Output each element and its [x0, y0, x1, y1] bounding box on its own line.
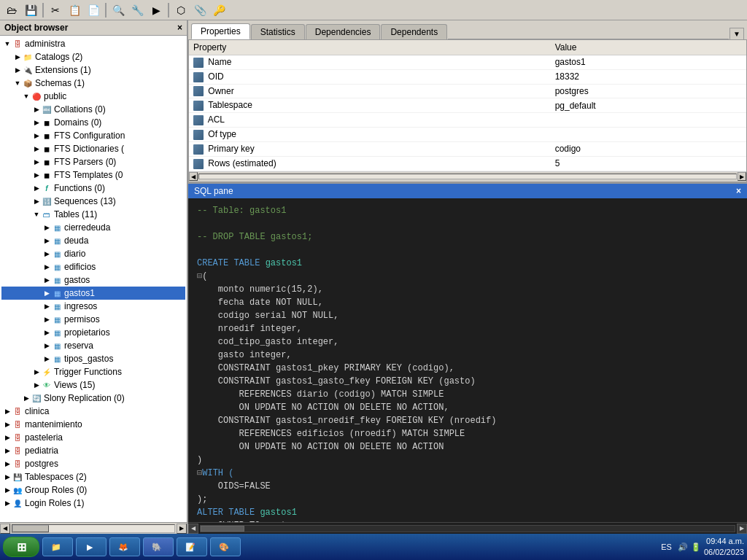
taskbar-item-files[interactable]: 📁 — [42, 537, 73, 556]
sql-h-thumb[interactable] — [201, 526, 244, 532]
tree-item-ingresos[interactable]: ▶ ▦ ingresos — [1, 300, 185, 313]
taskbar-item-pgadmin[interactable]: 🐘 — [143, 537, 174, 556]
tree-item-mantenimiento[interactable]: ▶ 🗄 mantenimiento — [1, 418, 185, 431]
tree-item-tablespaces[interactable]: ▶ 💾 Tablespaces (2) — [1, 470, 185, 483]
expand-icon-extensions[interactable]: ▶ — [13, 66, 22, 74]
tree-h-scrollbar[interactable]: ◀ ▶ — [0, 522, 187, 534]
expand-icon-edificios[interactable]: ▶ — [42, 262, 51, 271]
props-scroll-left[interactable]: ◀ — [189, 172, 198, 181]
toolbar-btn-extra1[interactable]: ⬡ — [172, 1, 190, 19]
tree-item-tipos-gastos[interactable]: ▶ ▦ tipos_gastos — [1, 352, 185, 365]
expand-icon-diario[interactable]: ▶ — [42, 249, 51, 258]
tree-item-gastos1[interactable]: ▶ ▦ gastos1 — [1, 287, 185, 300]
expand-icon-group-roles[interactable]: ▶ — [3, 486, 12, 494]
toolbar-btn-run[interactable]: ▶ — [147, 1, 165, 19]
tree-item-public[interactable]: ▼ 🔴 public — [1, 90, 185, 103]
expand-icon-catalogs[interactable]: ▶ — [13, 52, 22, 61]
expand-icon-views[interactable]: ▶ — [32, 381, 41, 389]
toolbar-btn-settings[interactable]: 🔧 — [128, 1, 146, 19]
sql-scroll-left[interactable]: ◀ — [188, 524, 198, 534]
expand-icon-sequences[interactable]: ▶ — [32, 197, 41, 206]
expand-icon-login-roles[interactable]: ▶ — [3, 499, 12, 508]
expand-icon-propietarios[interactable]: ▶ — [42, 328, 51, 337]
left-panel-close-btn[interactable]: × — [177, 23, 182, 33]
taskbar-item-art[interactable]: 🎨 — [210, 537, 241, 556]
tree-item-postgres[interactable]: ▶ 🗄 postgres — [1, 457, 185, 470]
start-button[interactable]: ⊞ — [3, 537, 39, 557]
tree-item-collations[interactable]: ▶ 🔤 Collations (0) — [1, 103, 185, 116]
expand-icon-mantenimiento[interactable]: ▶ — [3, 420, 12, 429]
expand-icon-gastos[interactable]: ▶ — [42, 276, 51, 284]
h-scroll-track[interactable] — [12, 524, 175, 533]
tree-item-extensions[interactable]: ▶ 🔌 Extensions (1) — [1, 63, 185, 77]
tree-item-slony[interactable]: ▶ 🔄 Slony Replication (0) — [1, 392, 185, 405]
tree-item-catalogs[interactable]: ▶ 📁 Catalogs (2) — [1, 50, 185, 63]
tab-statistics[interactable]: Statistics — [251, 24, 305, 39]
expand-icon-deuda[interactable]: ▶ — [42, 236, 51, 245]
expand-icon-postgres[interactable]: ▶ — [3, 459, 12, 468]
tree-item-fts-dict[interactable]: ▶ ◼ FTS Dictionaries ( — [1, 142, 185, 155]
tree-item-propietarios[interactable]: ▶ ▦ propietarios — [1, 326, 185, 339]
tree-item-sequences[interactable]: ▶ 🔢 Sequences (13) — [1, 195, 185, 208]
tree-item-tables[interactable]: ▼ 🗃 Tables (11) — [1, 208, 185, 221]
toolbar-btn-save[interactable]: 💾 — [22, 1, 39, 19]
tree-item-pasteleria[interactable]: ▶ 🗄 pasteleria — [1, 431, 185, 444]
sql-h-scrollbar[interactable]: ◀ ▶ — [188, 522, 747, 534]
props-h-track[interactable] — [198, 174, 737, 179]
tree-item-pediatria[interactable]: ▶ 🗄 pediatria — [1, 444, 185, 457]
tree-item-edificios[interactable]: ▶ ▦ edificios — [1, 260, 185, 273]
toolbar-btn-open[interactable]: 🗁 — [3, 1, 20, 19]
tree-item-group-roles[interactable]: ▶ 👥 Group Roles (0) — [1, 483, 185, 497]
props-scroll-right[interactable]: ▶ — [738, 172, 746, 181]
tree-item-administra[interactable]: ▼ 🗄 administra — [1, 37, 185, 50]
tree-item-clinica[interactable]: ▶ 🗄 clinica — [1, 405, 185, 418]
expand-icon-collations[interactable]: ▶ — [32, 105, 41, 114]
tree-item-fts-config[interactable]: ▶ ◼ FTS Configuration — [1, 129, 185, 142]
sql-h-track[interactable] — [200, 525, 735, 532]
tree-item-domains[interactable]: ▶ ◼ Domains (0) — [1, 116, 185, 129]
expand-icon-public[interactable]: ▼ — [22, 92, 31, 101]
tree-item-schemas[interactable]: ▼ 📦 Schemas (1) — [1, 77, 185, 90]
expand-icon-slony[interactable]: ▶ — [22, 394, 31, 402]
expand-icon-ingresos[interactable]: ▶ — [42, 302, 51, 311]
tree-item-reserva[interactable]: ▶ ▦ reserva — [1, 339, 185, 352]
tree-item-gastos[interactable]: ▶ ▦ gastos — [1, 273, 185, 287]
expand-icon-cierredeuda[interactable]: ▶ — [42, 223, 51, 232]
toolbar-btn-copy[interactable]: 📋 — [66, 1, 83, 19]
expand-icon-tablespaces[interactable]: ▶ — [3, 472, 12, 481]
sql-pane-header[interactable]: SQL pane × — [188, 184, 747, 198]
scroll-left-btn[interactable]: ◀ — [0, 524, 10, 534]
props-h-scrollbar[interactable]: ◀ ▶ — [189, 171, 746, 182]
expand-icon-fts-templates[interactable]: ▶ — [32, 171, 41, 179]
tree-item-deuda[interactable]: ▶ ▦ deuda — [1, 234, 185, 247]
sql-pane-content[interactable]: -- Table: gastos1 -- DROP TABLE gastos1;… — [188, 198, 747, 522]
props-scroll-container[interactable]: Property Value Name — [189, 40, 746, 171]
expand-icon-clinica[interactable]: ▶ — [3, 407, 12, 416]
h-scroll-thumb[interactable] — [12, 525, 49, 532]
scroll-right-btn[interactable]: ▶ — [177, 524, 187, 534]
expand-icon-reserva[interactable]: ▶ — [42, 341, 51, 350]
expand-icon-gastos1[interactable]: ▶ — [42, 289, 51, 298]
toolbar-btn-paste[interactable]: 📄 — [85, 1, 102, 19]
expand-icon-schemas[interactable]: ▼ — [13, 79, 22, 88]
toolbar-btn-extra3[interactable]: 🔑 — [210, 1, 228, 19]
expand-icon-administra[interactable]: ▼ — [3, 39, 12, 48]
expand-icon-functions[interactable]: ▶ — [32, 184, 41, 192]
tree-item-trigger-functions[interactable]: ▶ ⚡ Trigger Functions — [1, 365, 185, 378]
tab-dependencies[interactable]: Dependencies — [306, 24, 381, 39]
taskbar-item-firefox[interactable]: 🦊 — [109, 537, 140, 556]
expand-icon-fts-dict[interactable]: ▶ — [32, 144, 41, 153]
tree-item-permisos[interactable]: ▶ ▦ permisos — [1, 313, 185, 326]
tab-properties[interactable]: Properties — [191, 23, 250, 39]
toolbar-btn-cut[interactable]: ✂ — [47, 1, 64, 19]
toolbar-btn-extra2[interactable]: 📎 — [191, 1, 209, 19]
tree-item-fts-parsers[interactable]: ▶ ◼ FTS Parsers (0) — [1, 155, 185, 168]
taskbar-item-player[interactable]: ▶ — [76, 537, 107, 556]
taskbar-item-sublime[interactable]: 📝 — [177, 537, 207, 556]
tree-container[interactable]: ▼ 🗄 administra ▶ 📁 Catalogs (2) ▶ 🔌 Exte… — [0, 36, 187, 522]
expand-icon-permisos[interactable]: ▶ — [42, 315, 51, 324]
tab-dependents[interactable]: Dependents — [381, 24, 447, 39]
tree-item-diario[interactable]: ▶ ▦ diario — [1, 247, 185, 260]
expand-icon-pediatria[interactable]: ▶ — [3, 446, 12, 455]
expand-icon-fts-parsers[interactable]: ▶ — [32, 158, 41, 166]
